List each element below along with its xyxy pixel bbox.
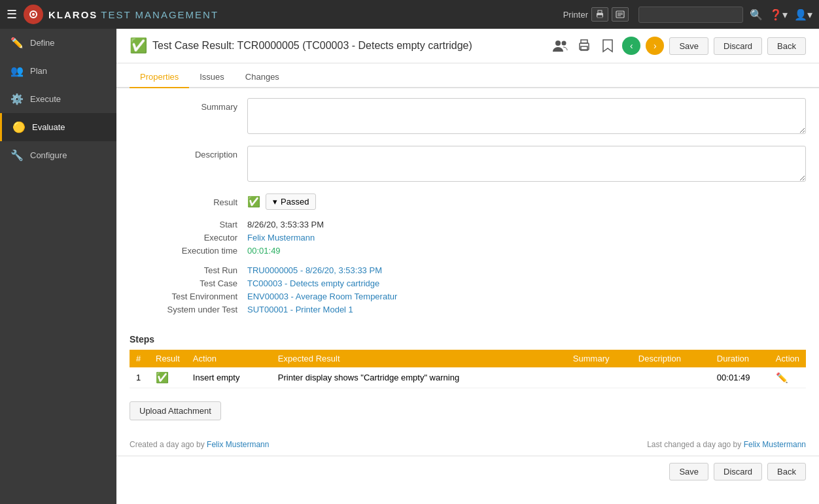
printer-icon-2[interactable] xyxy=(612,7,629,22)
define-icon: ✏️ xyxy=(10,37,24,49)
summary-control xyxy=(247,98,806,136)
col-action-btn-header: Action xyxy=(769,350,806,367)
configure-icon: 🔧 xyxy=(10,149,24,161)
test-environment-row: Test Environment ENV00003 - Average Room… xyxy=(130,292,806,301)
tab-issues[interactable]: Issues xyxy=(189,67,235,88)
form-section: Summary Description Result ✅ xyxy=(116,88,819,328)
page-actions: ‹ › Save Discard Back xyxy=(551,37,806,55)
sidebar-item-evaluate[interactable]: 🟡 Evaluate xyxy=(0,113,116,141)
steps-title: Steps xyxy=(130,334,806,344)
sidebar-item-execute[interactable]: ⚙️ Execute xyxy=(0,85,116,113)
col-result-header: Result xyxy=(149,350,186,367)
description-control xyxy=(247,146,806,184)
changed-info: Last changed a day ago by Felix Musterma… xyxy=(647,440,806,449)
col-duration-header: Duration xyxy=(710,350,769,367)
back-button-top[interactable]: Back xyxy=(767,37,806,55)
system-under-test-value[interactable]: SUT00001 - Printer Model 1 xyxy=(247,305,353,314)
test-environment-label: Test Environment xyxy=(130,292,247,301)
description-row: Description xyxy=(130,146,806,184)
svg-rect-3 xyxy=(598,10,602,13)
svg-point-10 xyxy=(562,41,566,46)
nav-back-button[interactable]: ‹ xyxy=(622,37,640,55)
save-button-bottom[interactable]: Save xyxy=(669,463,708,480)
navbar: ☰ KLAROS TEST MANAGEMENT Printer 🔍 xyxy=(0,0,819,29)
menu-icon[interactable]: ☰ xyxy=(7,7,17,22)
page-title-area: ✅ Test Case Result: TCR0000005 (TC00003 … xyxy=(130,37,472,54)
search-input[interactable] xyxy=(638,7,743,23)
created-text: Created a day ago by xyxy=(130,440,205,449)
sidebar-item-label-configure: Configure xyxy=(30,150,67,160)
execute-icon: ⚙️ xyxy=(10,93,24,105)
discard-button-bottom[interactable]: Discard xyxy=(714,463,762,480)
steps-header-row: # Result Action Expected Result Summary … xyxy=(130,350,806,367)
save-button-top[interactable]: Save xyxy=(669,37,708,55)
user-icon[interactable]: 👤▾ xyxy=(794,8,812,21)
test-case-label: Test Case xyxy=(130,278,247,288)
test-case-value[interactable]: TC00003 - Detects empty cartridge xyxy=(247,278,379,288)
step-action: Insert empty xyxy=(186,367,271,388)
discard-button-top[interactable]: Discard xyxy=(714,37,762,55)
sidebar-item-define[interactable]: ✏️ Define xyxy=(0,29,116,57)
step-summary xyxy=(566,367,632,388)
changed-text: Last changed a day ago by xyxy=(647,440,741,449)
svg-rect-12 xyxy=(581,40,587,43)
result-row: Result ✅ ▾ Passed xyxy=(130,193,806,210)
navbar-icons: 🔍 ❓▾ 👤▾ xyxy=(750,8,812,21)
changed-by[interactable]: Felix Mustermann xyxy=(744,440,806,449)
printer-icon-1[interactable] xyxy=(591,7,608,22)
sidebar: ✏️ Define 👥 Plan ⚙️ Execute 🟡 Evaluate 🔧… xyxy=(0,29,116,504)
result-status-icon: ✅ xyxy=(247,195,260,208)
nav-forward-button[interactable]: › xyxy=(646,37,664,55)
executor-value[interactable]: Felix Mustermann xyxy=(247,233,315,243)
description-input[interactable] xyxy=(247,146,806,182)
svg-rect-4 xyxy=(597,15,602,18)
summary-row: Summary xyxy=(130,98,806,136)
sidebar-item-label-execute: Execute xyxy=(30,94,61,104)
executor-label: Executor xyxy=(130,233,247,243)
steps-table: # Result Action Expected Result Summary … xyxy=(130,350,806,388)
system-under-test-label: System under Test xyxy=(130,305,247,314)
back-button-bottom[interactable]: Back xyxy=(767,463,806,480)
test-environment-value[interactable]: ENV00003 - Average Room Temperatur xyxy=(247,292,397,301)
step-duration: 00:01:49 xyxy=(710,367,769,388)
upload-attachment-button[interactable]: Upload Attachment xyxy=(130,401,221,420)
result-field: ✅ ▾ Passed xyxy=(247,193,806,210)
printer-icons xyxy=(591,7,629,22)
users-icon[interactable] xyxy=(551,37,570,55)
result-control: ✅ ▾ Passed xyxy=(247,193,806,210)
col-description-header: Description xyxy=(632,350,710,367)
bookmark-icon[interactable] xyxy=(599,37,617,55)
col-action-header: Action xyxy=(186,350,271,367)
search-icon[interactable]: 🔍 xyxy=(750,8,763,21)
sidebar-item-label-evaluate: Evaluate xyxy=(32,122,65,132)
result-label: Result xyxy=(130,193,247,207)
print-icon[interactable] xyxy=(575,37,593,55)
step-description xyxy=(632,367,710,388)
bottom-buttons: Save Discard Back xyxy=(116,456,819,487)
sidebar-item-label-plan: Plan xyxy=(30,66,47,76)
page-header: ✅ Test Case Result: TCR0000005 (TC00003 … xyxy=(116,29,819,63)
edit-icon[interactable]: ✏️ xyxy=(776,372,788,383)
summary-input[interactable] xyxy=(247,98,806,134)
start-row: Start 8/26/20, 3:53:33 PM xyxy=(130,220,806,229)
result-value: Passed xyxy=(281,197,309,207)
brand-label: KLAROS xyxy=(48,9,97,20)
sidebar-item-plan[interactable]: 👥 Plan xyxy=(0,57,116,85)
tab-changes[interactable]: Changes xyxy=(235,67,290,88)
execution-time-label: Execution time xyxy=(130,246,247,256)
test-run-value[interactable]: TRU0000005 - 8/26/20, 3:53:33 PM xyxy=(247,265,382,275)
tab-properties[interactable]: Properties xyxy=(130,67,189,88)
created-by[interactable]: Felix Mustermann xyxy=(207,440,269,449)
system-under-test-row: System under Test SUT00001 - Printer Mod… xyxy=(130,305,806,314)
executor-row: Executor Felix Mustermann xyxy=(130,233,806,243)
result-dropdown[interactable]: ▾ Passed xyxy=(266,193,316,210)
help-icon[interactable]: ❓▾ xyxy=(769,8,788,21)
sidebar-item-configure[interactable]: 🔧 Configure xyxy=(0,141,116,169)
table-row: 1 ✅ Insert empty Printer display shows "… xyxy=(130,367,806,388)
logo-icon xyxy=(24,5,43,24)
product-label: TEST MANAGEMENT xyxy=(101,9,218,20)
step-action-edit[interactable]: ✏️ xyxy=(769,367,806,388)
start-value: 8/26/20, 3:53:33 PM xyxy=(247,220,324,229)
printer-label: Printer xyxy=(563,10,588,20)
summary-label: Summary xyxy=(130,98,247,112)
